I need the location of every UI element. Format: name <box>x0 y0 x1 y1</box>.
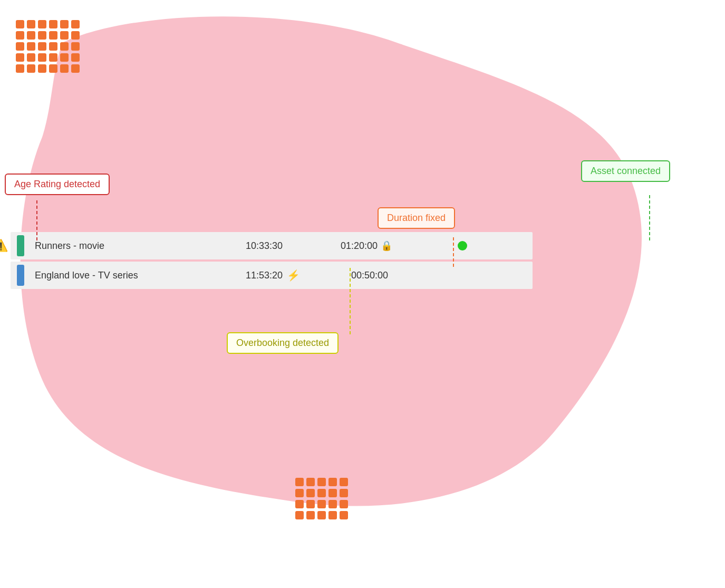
warning-icon: ⚠️ <box>0 239 8 253</box>
row-title-1: Runners - movie <box>35 240 246 252</box>
dot-grid-top-left: (function() { const grid = document.quer… <box>16 20 80 73</box>
green-dot-icon <box>458 241 467 250</box>
row-duration-1: 01:20:00 🔒 <box>341 240 436 252</box>
age-rating-dashed-line <box>36 200 38 243</box>
dot-grid-bottom-center: (function() { const grid = document.quer… <box>295 478 348 519</box>
lock-icon: 🔒 <box>381 240 392 252</box>
overbooking-dashed-line <box>349 268 351 336</box>
row-duration-2: 00:50:00 <box>351 270 446 281</box>
age-rating-callout: Age Rating detected <box>5 173 110 195</box>
duration-dashed-line <box>452 237 455 269</box>
row-color-bar-blue <box>17 265 24 286</box>
duration-fixed-callout: Duration fixed <box>378 207 455 229</box>
row-time-1: 10:33:30 <box>246 240 341 252</box>
overbooking-callout: Overbooking detected <box>227 332 339 354</box>
lightning-icon: ⚡ <box>287 269 300 282</box>
row-status-1 <box>436 241 467 250</box>
row-time-2: 11:53:20 ⚡ <box>246 269 351 282</box>
row-color-bar-green <box>17 235 24 256</box>
row-title-2: England love - TV series <box>35 270 246 281</box>
asset-connected-callout: Asset connected <box>581 160 670 182</box>
asset-dashed-line <box>649 195 651 243</box>
